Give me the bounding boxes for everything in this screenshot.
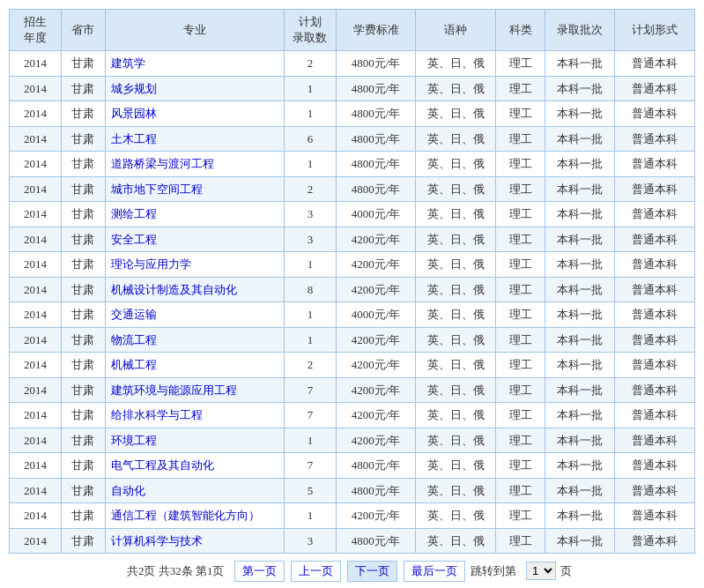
cell-form: 普通本科	[615, 453, 695, 479]
cell-form: 普通本科	[615, 302, 695, 328]
col-header-year: 招生 年度	[10, 10, 62, 51]
cell-tuition: 4800元/年	[336, 101, 415, 127]
cell-category: 理工	[495, 277, 545, 302]
cell-plan: 7	[285, 403, 337, 428]
cell-form: 普通本科	[615, 327, 695, 353]
cell-tuition: 4800元/年	[336, 76, 415, 101]
cell-category: 理工	[495, 403, 545, 428]
cell-year: 2014	[10, 101, 62, 127]
pagination-summary: 共2页 共32条 第1页	[127, 564, 225, 577]
cell-tuition: 4200元/年	[336, 503, 415, 529]
cell-language: 英、日、俄	[416, 126, 495, 152]
cell-batch: 本科一批	[545, 453, 615, 479]
table-body: 2014甘肃建筑学24800元/年英、日、俄理工本科一批普通本科2014甘肃城乡…	[10, 51, 695, 554]
page-jump-select[interactable]: 12	[526, 562, 556, 580]
cell-province: 甘肃	[61, 76, 105, 101]
col-header-category: 科类	[495, 10, 545, 51]
cell-tuition: 4800元/年	[336, 453, 415, 479]
cell-tuition: 4200元/年	[336, 327, 415, 353]
cell-language: 英、日、俄	[416, 453, 495, 479]
cell-form: 普通本科	[615, 51, 695, 77]
cell-language: 英、日、俄	[416, 76, 495, 101]
cell-category: 理工	[495, 152, 545, 177]
cell-major[interactable]: 电气工程及其自动化	[105, 453, 285, 479]
cell-major[interactable]: 土木工程	[105, 126, 285, 152]
cell-major[interactable]: 机械工程	[105, 353, 285, 378]
cell-major[interactable]: 通信工程（建筑智能化方向）	[105, 503, 285, 529]
cell-plan: 7	[285, 453, 337, 479]
cell-year: 2014	[10, 152, 62, 177]
cell-major[interactable]: 环境工程	[105, 428, 285, 453]
cell-category: 理工	[495, 327, 545, 353]
cell-plan: 1	[285, 302, 337, 328]
table-row: 2014甘肃机械工程24200元/年英、日、俄理工本科一批普通本科	[10, 353, 695, 378]
cell-language: 英、日、俄	[416, 302, 495, 328]
cell-major[interactable]: 城乡规划	[105, 76, 285, 101]
cell-major[interactable]: 交通运输	[105, 302, 285, 328]
cell-form: 普通本科	[615, 428, 695, 453]
cell-tuition: 4200元/年	[336, 377, 415, 403]
table-row: 2014甘肃计算机科学与技术34800元/年英、日、俄理工本科一批普通本科	[10, 528, 695, 554]
cell-language: 英、日、俄	[416, 428, 495, 453]
cell-major[interactable]: 建筑学	[105, 51, 285, 77]
cell-major[interactable]: 道路桥梁与渡河工程	[105, 152, 285, 177]
cell-major[interactable]: 自动化	[105, 478, 285, 503]
cell-major[interactable]: 机械设计制造及其自动化	[105, 277, 285, 302]
table-row: 2014甘肃环境工程14200元/年英、日、俄理工本科一批普通本科	[10, 428, 695, 453]
cell-form: 普通本科	[615, 277, 695, 302]
table-row: 2014甘肃土木工程64800元/年英、日、俄理工本科一批普通本科	[10, 126, 695, 152]
cell-year: 2014	[10, 76, 62, 101]
cell-batch: 本科一批	[545, 403, 615, 428]
cell-province: 甘肃	[61, 202, 105, 227]
cell-batch: 本科一批	[545, 76, 615, 101]
cell-major[interactable]: 建筑环境与能源应用工程	[105, 377, 285, 403]
cell-province: 甘肃	[61, 478, 105, 503]
cell-batch: 本科一批	[545, 377, 615, 403]
cell-form: 普通本科	[615, 152, 695, 177]
btn-last-page[interactable]: 最后一页	[404, 561, 465, 582]
cell-batch: 本科一批	[545, 176, 615, 202]
cell-form: 普通本科	[615, 478, 695, 503]
col-header-tuition: 学费标准	[336, 10, 415, 51]
cell-year: 2014	[10, 403, 62, 428]
cell-year: 2014	[10, 453, 62, 479]
cell-language: 英、日、俄	[416, 503, 495, 529]
cell-plan: 1	[285, 252, 337, 278]
btn-next-page[interactable]: 下一页	[347, 561, 397, 582]
cell-major[interactable]: 安全工程	[105, 227, 285, 252]
cell-province: 甘肃	[61, 302, 105, 328]
table-row: 2014甘肃城乡规划14800元/年英、日、俄理工本科一批普通本科	[10, 76, 695, 101]
cell-category: 理工	[495, 126, 545, 152]
cell-batch: 本科一批	[545, 126, 615, 152]
col-header-batch: 录取批次	[545, 10, 615, 51]
cell-province: 甘肃	[61, 377, 105, 403]
cell-tuition: 4800元/年	[336, 478, 415, 503]
cell-language: 英、日、俄	[416, 51, 495, 77]
cell-province: 甘肃	[61, 51, 105, 77]
cell-major[interactable]: 物流工程	[105, 327, 285, 353]
cell-major[interactable]: 给排水科学与工程	[105, 403, 285, 428]
btn-prev-page[interactable]: 上一页	[291, 561, 341, 582]
cell-category: 理工	[495, 51, 545, 77]
cell-plan: 2	[285, 353, 337, 378]
cell-batch: 本科一批	[545, 528, 615, 554]
cell-category: 理工	[495, 202, 545, 227]
cell-plan: 1	[285, 327, 337, 353]
cell-major[interactable]: 城市地下空间工程	[105, 176, 285, 202]
cell-major[interactable]: 理论与应用力学	[105, 252, 285, 278]
cell-major[interactable]: 测绘工程	[105, 202, 285, 227]
cell-year: 2014	[10, 51, 62, 77]
cell-plan: 7	[285, 377, 337, 403]
cell-major[interactable]: 风景园林	[105, 101, 285, 127]
cell-major[interactable]: 计算机科学与技术	[105, 528, 285, 554]
cell-form: 普通本科	[615, 176, 695, 202]
cell-batch: 本科一批	[545, 277, 615, 302]
cell-category: 理工	[495, 302, 545, 328]
btn-first-page[interactable]: 第一页	[234, 561, 285, 582]
cell-language: 英、日、俄	[416, 101, 495, 127]
cell-province: 甘肃	[61, 403, 105, 428]
cell-tuition: 4800元/年	[336, 126, 415, 152]
cell-form: 普通本科	[615, 252, 695, 278]
cell-plan: 1	[285, 101, 337, 127]
cell-batch: 本科一批	[545, 101, 615, 127]
